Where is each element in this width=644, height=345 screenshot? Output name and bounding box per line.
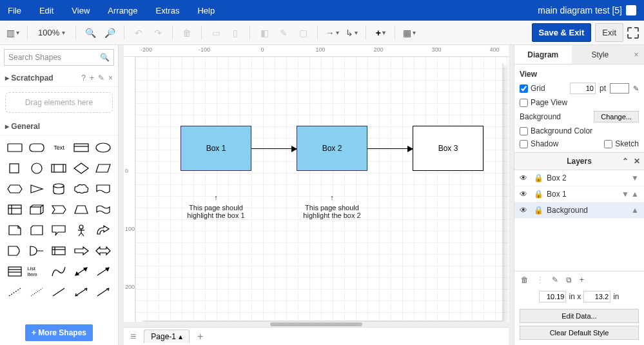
right-panel-close-icon[interactable]: ×: [629, 45, 644, 64]
layer-duplicate-icon[interactable]: ⧉: [566, 275, 572, 284]
to-back-icon[interactable]: ▯: [228, 25, 243, 41]
comments-icon[interactable]: [626, 5, 636, 15]
bgcolor-checkbox[interactable]: Background Color: [520, 126, 592, 135]
shape-blockarrow[interactable]: [73, 244, 90, 257]
shape-note[interactable]: [6, 224, 23, 237]
shape-square[interactable]: [6, 162, 23, 175]
tab-style[interactable]: Style: [572, 45, 629, 64]
right-splitter[interactable]: [509, 45, 514, 345]
to-front-icon[interactable]: ▭: [208, 25, 224, 41]
scratchpad-help-icon[interactable]: ?: [81, 74, 86, 83]
scratchpad-close-icon[interactable]: ×: [108, 74, 113, 83]
layer-row[interactable]: 👁🔒Box 2▼: [514, 170, 644, 186]
shape-and[interactable]: [28, 244, 45, 257]
menu-arrange[interactable]: Arrange: [108, 6, 137, 15]
shape-datastore[interactable]: [50, 244, 67, 257]
connection-icon[interactable]: →: [324, 25, 340, 41]
shape-tape[interactable]: [95, 203, 112, 216]
layer-row[interactable]: 👁🔒Box 1▼ ▲: [514, 186, 644, 202]
shape-internal[interactable]: [6, 203, 23, 216]
shape-list[interactable]: [6, 265, 23, 278]
shape-ellipse[interactable]: [95, 141, 112, 154]
scratchpad-edit-icon[interactable]: ✎: [98, 74, 104, 83]
page-width-input[interactable]: [539, 291, 566, 302]
menu-file[interactable]: File: [8, 6, 21, 15]
undo-icon[interactable]: ↶: [131, 25, 146, 41]
diagram-arrow[interactable]: [251, 148, 297, 149]
layers-close-icon[interactable]: ✕: [634, 157, 640, 166]
shape-listitem[interactable]: List Item: [27, 266, 46, 277]
diagram-box[interactable]: Box 1: [181, 126, 251, 171]
horizontal-scrollbar[interactable]: [124, 322, 509, 327]
table-icon[interactable]: ▦: [402, 25, 417, 41]
layer-visibility-icon[interactable]: 👁: [520, 173, 529, 182]
fill-color-icon[interactable]: ◧: [257, 25, 272, 41]
layer-visibility-icon[interactable]: 👁: [520, 206, 529, 215]
zoom-in-icon[interactable]: 🔍: [83, 25, 98, 41]
grid-checkbox[interactable]: Grid: [520, 84, 545, 93]
redo-icon[interactable]: ↷: [150, 25, 166, 41]
layer-delete-icon[interactable]: 🗑: [521, 275, 529, 284]
fullscreen-icon[interactable]: [627, 27, 639, 39]
canvas[interactable]: Box 1Box 2Box 3This page should highligh…: [135, 57, 509, 322]
layer-row[interactable]: 👁🔒Background▲: [514, 202, 644, 219]
shape-text[interactable]: Text: [54, 144, 64, 151]
shape-roundrect[interactable]: [28, 141, 45, 154]
zoom-out-icon[interactable]: 🔎: [102, 25, 117, 41]
diagram-note[interactable]: This page should highlight the box 2: [293, 193, 371, 219]
scratchpad-add-icon[interactable]: +: [90, 74, 94, 83]
shape-cloud[interactable]: [73, 182, 90, 195]
waypoint-icon[interactable]: ↳: [344, 25, 359, 41]
pages-menu-icon[interactable]: ≡: [128, 331, 139, 342]
background-change-button[interactable]: Change...: [594, 111, 639, 123]
shape-hexagon[interactable]: [6, 182, 23, 195]
layer-edit-icon[interactable]: ✎: [552, 275, 558, 284]
layer-visibility-icon[interactable]: 👁: [520, 190, 529, 199]
shape-curve[interactable]: [50, 265, 67, 278]
layer-more-icon[interactable]: ⋮: [536, 275, 544, 284]
save-exit-button[interactable]: Save & Exit: [532, 23, 592, 42]
shape-arrow[interactable]: [95, 265, 112, 278]
menu-extras[interactable]: Extras: [156, 6, 180, 15]
layer-move-icon[interactable]: ▲: [631, 206, 639, 215]
grid-size-input[interactable]: [570, 83, 596, 94]
shape-rect[interactable]: [6, 141, 23, 154]
diagram-arrow[interactable]: [367, 148, 413, 149]
layer-lock-icon[interactable]: 🔒: [534, 190, 542, 199]
shape-line[interactable]: [50, 286, 67, 299]
pageview-checkbox[interactable]: Page View: [520, 98, 567, 107]
shape-dashed[interactable]: [6, 286, 23, 299]
zoom-dropdown[interactable]: 100%: [34, 28, 69, 37]
shape-textbox[interactable]: [73, 141, 90, 154]
shape-parallelogram[interactable]: [95, 162, 112, 175]
shape-step[interactable]: [50, 203, 67, 216]
shape-dotted[interactable]: [28, 286, 45, 299]
sidebar-toggle-icon[interactable]: ▥: [5, 25, 21, 41]
layer-move-icon[interactable]: ▼: [631, 173, 639, 182]
edit-data-button[interactable]: Edit Data...: [520, 309, 639, 323]
add-page-icon[interactable]: +: [195, 331, 206, 342]
left-splitter[interactable]: [119, 45, 124, 345]
diagram-box[interactable]: Box 3: [413, 126, 483, 171]
shape-cylinder[interactable]: [50, 182, 67, 195]
shape-bidir-arrow[interactable]: [73, 265, 90, 278]
layer-lock-icon[interactable]: 🔒: [534, 206, 542, 215]
shape-curlyarrow[interactable]: [95, 224, 112, 237]
shape-actor[interactable]: [73, 224, 90, 237]
diagram-box[interactable]: Box 2: [297, 126, 367, 171]
shadow-checkbox[interactable]: Shadow: [520, 139, 558, 148]
tab-page-1[interactable]: Page-1▴: [144, 330, 190, 343]
page-height-input[interactable]: [583, 291, 610, 302]
shape-trapezoid[interactable]: [73, 203, 90, 216]
delete-icon[interactable]: 🗑: [179, 25, 195, 41]
scratchpad-header[interactable]: ▸ Scratchpad ? + ✎ ×: [0, 70, 118, 87]
shape-diamond[interactable]: [73, 162, 90, 175]
menu-view[interactable]: View: [72, 6, 90, 15]
diagram-note[interactable]: This page should highlight the box 1: [177, 193, 255, 219]
grid-color-swatch[interactable]: [610, 83, 629, 94]
layer-move-icon[interactable]: ▼ ▲: [621, 190, 639, 199]
more-shapes-button[interactable]: + More Shapes: [25, 324, 93, 341]
tab-diagram[interactable]: Diagram: [514, 45, 572, 64]
menu-edit[interactable]: Edit: [39, 6, 54, 15]
exit-button[interactable]: Exit: [595, 23, 623, 42]
